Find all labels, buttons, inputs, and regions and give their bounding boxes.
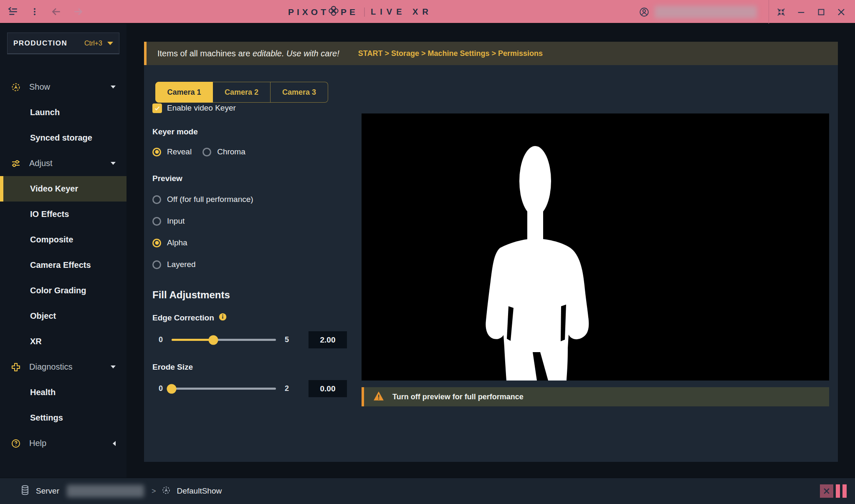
statusbar: Server > DefaultShow <box>0 478 855 504</box>
alpha-preview-image <box>362 113 829 381</box>
current-show-name[interactable]: DefaultShow <box>177 486 222 496</box>
server-label: Server <box>36 486 59 496</box>
slider-thumb[interactable] <box>209 335 218 345</box>
edge-correction-slider-row: 0 5 2.00 <box>152 331 353 348</box>
adjust-sliders-icon <box>11 159 21 169</box>
logo-product-name: LIVE XR <box>371 7 433 17</box>
enable-video-keyer-label: Enable video Keyer <box>167 103 236 113</box>
app-logo: PIXOT PE LIVE XR <box>288 0 433 24</box>
radio-preview-off[interactable]: Off (for full performance) <box>152 194 353 205</box>
erode-size-slider[interactable] <box>172 388 276 390</box>
tab-camera-2[interactable]: Camera 2 <box>213 82 271 103</box>
erode-size-value[interactable]: 0.00 <box>309 380 347 397</box>
breadcrumb[interactable]: START > Storage > Machine Settings > Per… <box>358 49 543 58</box>
minimize-icon[interactable] <box>796 7 807 18</box>
sidebar-item-synced-storage[interactable]: Synced storage <box>0 125 126 151</box>
fill-adjustments-heading: Fill Adjustments <box>152 289 353 301</box>
sidebar-item-xr[interactable]: XR <box>0 329 126 354</box>
logo-text-pre: PIXOT <box>288 7 329 17</box>
chevron-left-icon <box>113 441 116 446</box>
show-icon <box>11 82 21 92</box>
edge-correction-slider[interactable] <box>172 339 276 341</box>
sidebar-item-label: Object <box>30 311 56 321</box>
keyer-mode-label: Keyer mode <box>152 127 353 136</box>
tab-camera-3[interactable]: Camera 3 <box>271 82 328 103</box>
main-content-panel: Items of all machines are editable. Use … <box>144 42 838 462</box>
enable-video-keyer-row[interactable]: Enable video Keyer <box>152 103 353 113</box>
chevron-down-icon <box>111 86 116 88</box>
edge-correction-label: Edge Correction <box>152 313 214 323</box>
maximize-icon[interactable] <box>816 7 827 18</box>
radio-button[interactable] <box>152 217 161 226</box>
sidebar-item-settings[interactable]: Settings <box>0 405 126 431</box>
sidebar-item-diagnostics[interactable]: Diagnostics <box>0 354 126 380</box>
show-orbit-icon <box>162 486 171 497</box>
person-silhouette <box>362 113 829 381</box>
banner-message: Items of all machines are editable. Use … <box>157 49 339 58</box>
sidebar-item-help[interactable]: Help <box>0 431 126 456</box>
warning-text: Turn off preview for full performance <box>392 393 524 401</box>
slider-thumb[interactable] <box>167 384 177 393</box>
preview-mode-label: Preview <box>152 174 353 183</box>
disconnect-icon[interactable] <box>820 484 833 498</box>
server-database-icon <box>20 485 30 498</box>
radio-button[interactable] <box>202 148 211 156</box>
enable-video-keyer-checkbox[interactable] <box>152 103 162 113</box>
sidebar-item-color-grading[interactable]: Color Grading <box>0 278 126 303</box>
radio-preview-input[interactable]: Input <box>152 216 353 227</box>
sidebar-item-label: Synced storage <box>30 133 92 143</box>
radio-preview-alpha[interactable]: Alpha <box>152 237 353 248</box>
resize-window-icon[interactable] <box>776 7 787 18</box>
sidebar-item-label: Video Keyer <box>30 184 78 194</box>
chevron-down-icon <box>107 42 113 45</box>
production-mode-shortcut: Ctrl+3 <box>84 40 102 47</box>
sidebar-item-io-effects[interactable]: IO Effects <box>0 202 126 227</box>
performance-warning: Turn off preview for full performance <box>362 387 829 406</box>
sidebar-item-video-keyer[interactable]: Video Keyer <box>0 176 126 202</box>
keyer-preview-column: Turn off preview for full performance <box>362 113 829 406</box>
info-icon[interactable] <box>218 312 227 323</box>
sidebar-item-label: Show <box>29 82 50 92</box>
radio-button[interactable] <box>152 148 161 156</box>
sidebar-item-label: XR <box>30 337 42 346</box>
chevron-down-icon <box>111 162 116 165</box>
logo-text-post: PE <box>341 7 358 17</box>
sidebar-item-camera-effects[interactable]: Camera Effects <box>0 252 126 278</box>
sidebar-item-label: IO Effects <box>30 209 69 219</box>
server-name-redacted <box>67 485 144 497</box>
tab-camera-1[interactable]: Camera 1 <box>155 82 213 103</box>
status-bar-indicator <box>836 484 840 498</box>
forward-arrow-icon[interactable] <box>73 6 83 17</box>
sidebar-item-composite[interactable]: Composite <box>0 227 126 252</box>
radio-button[interactable] <box>152 260 161 269</box>
sidebar-item-adjust[interactable]: Adjust <box>0 151 126 176</box>
sidebar-item-label: Help <box>29 438 46 448</box>
sidebar-item-label: Settings <box>30 413 63 423</box>
sidebar-item-health[interactable]: Health <box>0 380 126 405</box>
pixotope-knot-icon <box>327 5 340 19</box>
sidebar-item-label: Camera Effects <box>30 260 91 270</box>
back-arrow-icon[interactable] <box>51 6 62 17</box>
sidebar-item-object[interactable]: Object <box>0 303 126 329</box>
production-mode-dropdown[interactable]: PRODUCTION Ctrl+3 <box>7 33 119 54</box>
user-account-icon[interactable] <box>639 7 650 18</box>
kebab-menu-icon[interactable] <box>29 6 40 17</box>
production-mode-label: PRODUCTION <box>13 39 67 48</box>
collapse-menu-icon[interactable] <box>8 6 18 17</box>
radio-reveal[interactable]: Reveal <box>152 147 192 156</box>
sidebar-item-show[interactable]: Show <box>0 74 126 100</box>
erode-size-slider-row: 0 2 0.00 <box>152 380 353 397</box>
sidebar-item-label: Launch <box>30 108 60 117</box>
radio-button[interactable] <box>152 195 161 204</box>
close-window-icon[interactable] <box>836 7 847 18</box>
sidebar-item-launch[interactable]: Launch <box>0 100 126 125</box>
titlebar: PIXOT PE LIVE XR <box>0 0 855 24</box>
edit-warning-banner: Items of all machines are editable. Use … <box>144 42 838 65</box>
radio-button[interactable] <box>152 239 161 247</box>
radio-chroma[interactable]: Chroma <box>202 147 245 156</box>
sidebar-item-label: Composite <box>30 235 73 244</box>
sidebar-item-label: Diagnostics <box>29 362 72 372</box>
edge-correction-value[interactable]: 2.00 <box>309 331 347 348</box>
radio-preview-layered[interactable]: Layered <box>152 259 353 270</box>
help-icon <box>11 438 21 449</box>
